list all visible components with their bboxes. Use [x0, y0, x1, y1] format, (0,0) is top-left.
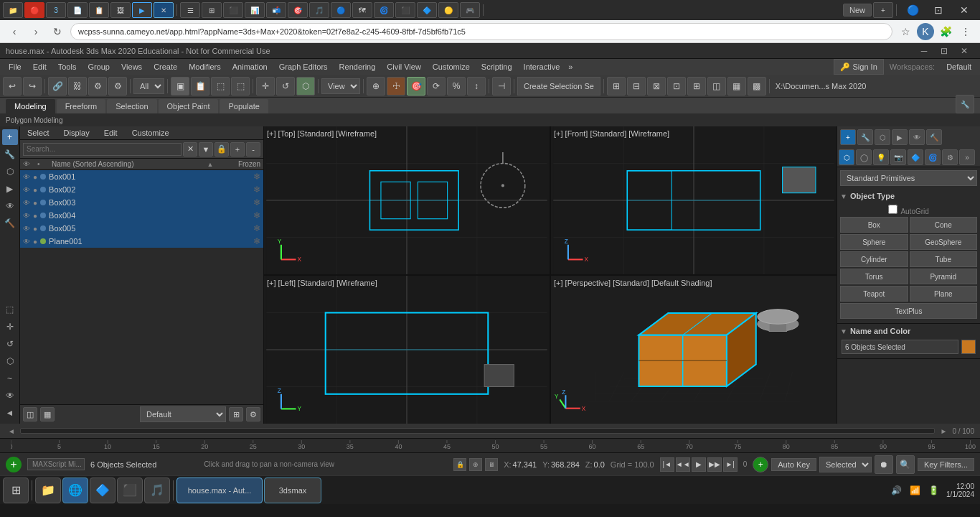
taskbar-btn-15[interactable]: 🔵	[331, 2, 351, 18]
profile-button[interactable]: K	[917, 23, 934, 40]
menu-modifiers[interactable]: Modifiers	[183, 59, 227, 75]
menu-customize[interactable]: Customize	[427, 59, 476, 75]
taskbar-plus[interactable]: +	[873, 2, 893, 18]
file-explorer-btn[interactable]: 📁	[35, 478, 61, 503]
scene-tab-display[interactable]: Display	[57, 126, 97, 139]
menu-more[interactable]: »	[565, 61, 575, 73]
scene-tab-customize[interactable]: Customize	[125, 126, 176, 139]
tray-btn-2[interactable]: 📶	[906, 482, 923, 499]
extension-button[interactable]: 🧩	[937, 23, 954, 40]
lights-btn[interactable]: 💡	[873, 149, 889, 165]
shapes-btn[interactable]: ◯	[856, 149, 872, 165]
sphere-button[interactable]: Sphere	[840, 234, 908, 250]
rend-icon[interactable]: ●	[33, 173, 37, 181]
box-button[interactable]: Box	[840, 217, 908, 233]
geometry-btn[interactable]: ⬡	[839, 149, 854, 165]
add-maxscript-btn[interactable]: +	[6, 457, 22, 472]
rect-select-button[interactable]: ⬚	[211, 77, 230, 96]
status-grid-icon[interactable]: ⊕	[469, 458, 482, 471]
taskbar-btn-active[interactable]: ✕	[154, 2, 174, 18]
vis-icon[interactable]: 👁	[23, 238, 30, 246]
scene-lock-btn[interactable]: 🔒	[215, 142, 229, 157]
mirror-button[interactable]: ⊣	[492, 77, 511, 96]
scene-view-btn[interactable]: ◫	[23, 407, 37, 421]
record-btn[interactable]: ⏺	[875, 455, 893, 474]
taskbar-btn-5[interactable]: 📋	[89, 2, 109, 18]
view-dropdown[interactable]: View	[321, 78, 360, 94]
ribbon-tab-selection[interactable]: Selection	[107, 99, 156, 113]
vis-icon[interactable]: 👁	[23, 199, 30, 207]
menu-civil-view[interactable]: Civil View	[381, 59, 426, 75]
scene-search-input[interactable]	[23, 143, 182, 156]
workspaces-default[interactable]: Default	[941, 59, 977, 75]
rp-tab-modify[interactable]: 🔧	[857, 129, 873, 145]
layer-btn-3[interactable]: ⊠	[647, 77, 666, 96]
menu-views[interactable]: Views	[116, 59, 148, 75]
teapot-button[interactable]: Teapot	[840, 286, 908, 302]
menu-tools[interactable]: Tools	[52, 59, 83, 75]
color-swatch[interactable]	[961, 340, 976, 354]
start-btn[interactable]: ⊞	[3, 478, 29, 503]
rp-tab-create[interactable]: +	[840, 129, 856, 145]
modify-tab-btn[interactable]: 🔧	[2, 146, 18, 162]
object-type-arrow[interactable]: ▼	[840, 192, 847, 200]
close-window-button[interactable]: ✕	[951, 2, 977, 18]
taskbar-btn-21[interactable]: 🎮	[460, 2, 480, 18]
spinner-snap-button[interactable]: ↕	[467, 77, 486, 96]
viewport-top[interactable]: X Y [+] [Top] [Standard] [Wireframe]	[264, 126, 550, 274]
bind-button[interactable]: ⚙	[88, 77, 107, 96]
taskbar-btn-8[interactable]: ☰	[180, 2, 200, 18]
tube-button[interactable]: Tube	[910, 251, 978, 267]
system-clock[interactable]: 12:001/1/2024	[943, 483, 977, 498]
utilities-tab-btn[interactable]: 🔨	[2, 215, 18, 231]
motion-tab-btn[interactable]: ▶	[2, 181, 18, 197]
select-object-button[interactable]: ▣	[171, 77, 189, 96]
select-region-button[interactable]: ⬚	[231, 77, 250, 96]
timeline-next-btn[interactable]: ►	[938, 425, 949, 437]
snap-button[interactable]: ⊕	[367, 77, 385, 96]
list-item[interactable]: 👁 ● Box004 ❄	[20, 209, 263, 222]
menu-rendering[interactable]: Rendering	[334, 59, 382, 75]
app-close[interactable]: ✕	[954, 43, 974, 59]
list-item[interactable]: 👁 ● Box003 ❄	[20, 196, 263, 209]
scene-filter-btn[interactable]: ▼	[199, 142, 213, 157]
object-name-input[interactable]	[842, 340, 958, 354]
scene-tab-edit[interactable]: Edit	[97, 126, 125, 139]
geosphere-button[interactable]: GeoSphere	[910, 234, 978, 250]
primitive-type-dropdown[interactable]: Standard Primitives	[840, 170, 977, 186]
goto-end-btn[interactable]: ►|	[723, 457, 738, 472]
select-name-button[interactable]: 📋	[191, 77, 209, 96]
refresh-button[interactable]: ↻	[49, 23, 66, 40]
taskbar-btn-11[interactable]: 📊	[245, 2, 265, 18]
timeline-numbers-bar[interactable]: 0 5 10 15 20 25 30 35 40 45 50 55 60 65 …	[0, 438, 980, 452]
timeline-track[interactable]	[20, 428, 935, 434]
taskbar-btn-9[interactable]: ⊞	[202, 2, 222, 18]
menu-group[interactable]: Group	[82, 59, 116, 75]
ribbon-tab-modeling[interactable]: Modeling	[6, 99, 55, 113]
bind2-button[interactable]: ⚙	[108, 77, 127, 96]
rend-icon[interactable]: ●	[33, 212, 37, 220]
display-tab-btn[interactable]: 👁	[2, 198, 18, 214]
taskbar-btn-1[interactable]: 📁	[3, 2, 23, 18]
scale-button[interactable]: ⬡	[296, 77, 315, 96]
name-color-arrow[interactable]: ▼	[840, 327, 847, 335]
sort-icon[interactable]: ▲	[203, 161, 217, 168]
rend-icon[interactable]: ●	[33, 186, 37, 194]
terminal-btn[interactable]: ⬛	[117, 478, 143, 503]
new-tab-button[interactable]: New	[843, 4, 872, 17]
list-item[interactable]: 👁 ● Box001 ❄	[20, 170, 263, 183]
object-name[interactable]: Box001	[49, 172, 250, 181]
lm-collapse-btn[interactable]: ◄	[2, 405, 18, 421]
taskbar-3dsmax-app[interactable]: house.max - Aut...	[176, 478, 263, 503]
layer-settings-btn[interactable]: ⚙	[246, 407, 260, 421]
undo-button[interactable]: ↩	[3, 77, 22, 96]
address-bar[interactable]	[70, 23, 892, 40]
taskbar-btn-2[interactable]: 🔴	[24, 2, 44, 18]
spacewarp-btn[interactable]: 🌀	[925, 149, 941, 165]
create-selection-button[interactable]: Create Selection Se	[517, 77, 600, 96]
status-screen-icon[interactable]: 🖥	[485, 458, 498, 471]
edge-btn[interactable]: 🔷	[90, 478, 116, 503]
taskbar-btn-20[interactable]: 🟡	[438, 2, 458, 18]
object-name[interactable]: Plane001	[49, 237, 250, 246]
scene-plus-btn[interactable]: +	[230, 142, 245, 157]
